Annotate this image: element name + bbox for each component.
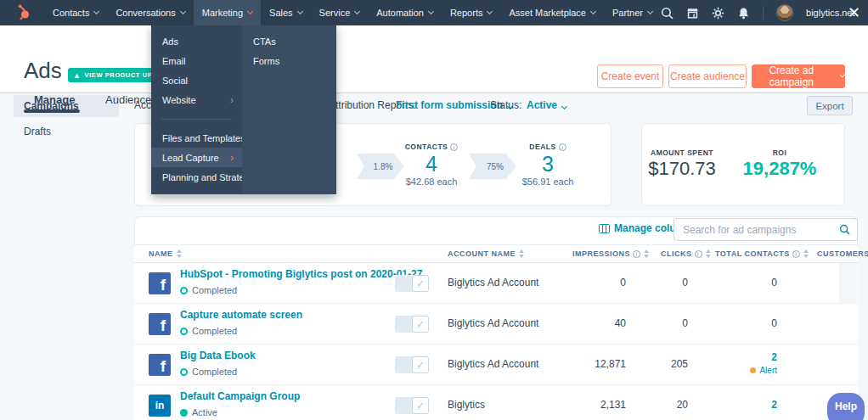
campaign-toggle[interactable]: ✓: [395, 356, 429, 373]
settings-gear-icon[interactable]: [712, 7, 724, 20]
deals-value[interactable]: 3: [542, 151, 554, 176]
nav-reports[interactable]: Reports: [442, 0, 501, 25]
create-event-button[interactable]: Create event: [597, 64, 663, 88]
total-contacts-link[interactable]: 2: [709, 399, 777, 411]
sidebar-item-drafts[interactable]: Drafts: [24, 126, 51, 137]
marketing-dropdown-menu: Ads Email Social Website› Files and Temp…: [151, 25, 336, 194]
marketplace-icon[interactable]: [686, 7, 699, 20]
column-header-account-name[interactable]: ACCOUNT NAME: [448, 249, 524, 258]
sort-icon[interactable]: [706, 249, 711, 258]
info-icon[interactable]: i: [695, 250, 702, 258]
deals-stat: DEALSi 3 $56.91 each: [511, 123, 584, 206]
nav-partner[interactable]: Partner: [604, 0, 661, 25]
campaign-name-link[interactable]: HubSpot - Promoting Biglytics post on 20…: [180, 268, 422, 280]
menu-label: Social: [162, 76, 188, 86]
status-active-icon: [180, 409, 188, 417]
nav-marketing[interactable]: Marketing: [194, 0, 261, 25]
info-icon[interactable]: i: [633, 250, 640, 258]
toggle-check-icon: ✓: [412, 275, 429, 292]
campaign-name-link[interactable]: Default Campaign Group: [180, 390, 300, 402]
menu-item-ads[interactable]: Ads: [151, 31, 242, 51]
status-completed-icon: [180, 287, 188, 294]
contacts-alert[interactable]: Alert: [709, 366, 777, 375]
account-name-cell: Biglytics Ad Account: [448, 277, 538, 288]
contacts-value[interactable]: 4: [426, 151, 437, 176]
menu-item-files-and-templates[interactable]: Files and Templates›: [151, 128, 242, 148]
campaign-name-link[interactable]: Capture automate screen: [180, 309, 302, 321]
menu-item-lead-capture[interactable]: Lead Capture›: [151, 148, 242, 167]
nav-label: Asset Marketplace: [509, 8, 585, 18]
status-dropdown[interactable]: Active: [527, 99, 566, 111]
total-contacts-cell: 0: [709, 277, 777, 288]
create-audience-button[interactable]: Create audience: [668, 64, 747, 88]
amount-spent-value: $170.73: [648, 157, 716, 181]
table-row: in Default Campaign Group Active ✓ Bigly…: [134, 385, 858, 420]
nav-label: Contacts: [53, 8, 89, 18]
search-input[interactable]: [674, 224, 839, 236]
menu-item-email[interactable]: Email: [151, 51, 242, 70]
menu-item-planning-and-strategy[interactable]: Planning and Strategy›: [151, 167, 242, 187]
campaign-toggle[interactable]: ✓: [395, 275, 429, 292]
divider: [763, 6, 764, 20]
conversion-rate-value: 75%: [487, 162, 504, 171]
submenu-item-forms[interactable]: Forms: [242, 51, 336, 70]
sort-icon[interactable]: [519, 249, 524, 258]
column-header-customers[interactable]: CUSTOMERSi: [817, 249, 868, 258]
nav-asset-marketplace[interactable]: Asset Marketplace: [500, 0, 603, 25]
contacts-cost-each: $42.68 each: [406, 176, 458, 187]
status-filter-label: Status:: [490, 99, 521, 111]
stat-label: DEALS: [529, 143, 555, 151]
sort-icon[interactable]: [803, 249, 809, 258]
nav-label: Marketing: [202, 8, 243, 18]
clicks-cell: 0: [637, 277, 688, 288]
create-ad-campaign-button[interactable]: Create ad campaign: [752, 64, 845, 88]
status-label: Completed: [192, 326, 237, 336]
campaign-name-link[interactable]: Big Data Ebook: [180, 350, 256, 361]
info-icon[interactable]: i: [450, 143, 458, 151]
nav-sales[interactable]: Sales: [261, 0, 311, 25]
tab-audiences[interactable]: Audiences: [105, 93, 157, 106]
nav-contacts[interactable]: Contacts: [44, 0, 107, 25]
chevron-right-icon: ›: [230, 95, 234, 105]
export-button[interactable]: Export: [807, 96, 853, 115]
info-icon[interactable]: i: [559, 143, 566, 151]
search-icon[interactable]: [661, 7, 674, 20]
notifications-bell-icon[interactable]: [737, 7, 750, 20]
total-contacts-link[interactable]: 2: [709, 351, 777, 363]
menu-item-website[interactable]: Website›: [151, 90, 242, 109]
submenu-item-ctas[interactable]: CTAs: [242, 31, 336, 51]
help-button[interactable]: Help: [827, 393, 865, 420]
account-name-cell: Biglytics Ad Account: [448, 317, 538, 329]
chevron-down-icon: [839, 72, 845, 78]
table-row: f Big Data Ebook Completed ✓ Biglytics A…: [134, 344, 858, 385]
sort-icon[interactable]: [177, 249, 182, 258]
column-header-total-contacts[interactable]: TOTAL CONTACTSi: [715, 249, 809, 258]
info-icon[interactable]: i: [792, 250, 800, 258]
column-header-impressions[interactable]: IMPRESSIONSi: [572, 249, 649, 258]
sort-icon[interactable]: [644, 249, 649, 258]
chevron-down-icon: [180, 8, 186, 14]
menu-label: Ads: [162, 36, 178, 47]
menu-label: Email: [162, 56, 186, 66]
nav-automation[interactable]: Automation: [368, 0, 442, 25]
chevron-down-icon: [487, 8, 493, 14]
campaign-toggle[interactable]: ✓: [395, 316, 429, 333]
hubspot-logo-icon[interactable]: [15, 3, 32, 22]
table-row: f Capture automate screen Completed ✓ Bi…: [134, 304, 858, 344]
campaign-search: [674, 218, 858, 241]
menu-item-social[interactable]: Social: [151, 70, 242, 90]
nav-conversations[interactable]: Conversations: [107, 0, 193, 25]
column-header-name[interactable]: NAME: [149, 249, 182, 258]
tab-manage[interactable]: Manage: [34, 93, 75, 106]
campaign-toggle[interactable]: ✓: [395, 397, 429, 414]
conversion-rate-value: 1.8%: [374, 162, 393, 171]
nav-label: Sales: [269, 8, 293, 18]
search-icon[interactable]: [839, 224, 850, 235]
nav-service[interactable]: Service: [311, 0, 369, 25]
amount-spent-stat: AMOUNT SPENT $170.73: [645, 123, 719, 206]
column-header-clicks[interactable]: CLICKSi: [661, 249, 711, 258]
stat-label: AMOUNT SPENT: [651, 148, 713, 157]
user-avatar[interactable]: [776, 4, 793, 21]
chevron-down-icon: [590, 8, 596, 14]
close-icon[interactable]: ✕: [848, 4, 860, 21]
